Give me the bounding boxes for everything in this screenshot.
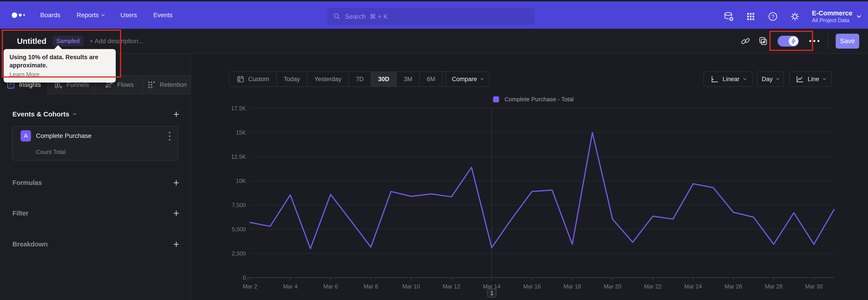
- svg-text:7,500: 7,500: [232, 202, 246, 208]
- event-letter-badge: A: [21, 130, 31, 142]
- event-card[interactable]: A Complete Purchase Count Total: [12, 126, 178, 160]
- event-aggregation[interactable]: Count Total: [36, 149, 66, 155]
- filter-label: Filter: [12, 210, 29, 217]
- svg-text:Mar 6: Mar 6: [323, 283, 338, 290]
- event-options-icon[interactable]: [169, 132, 170, 141]
- project-selector[interactable]: E-Commerce All Project Data: [812, 9, 860, 24]
- add-formula-button[interactable]: +: [173, 178, 179, 187]
- add-event-button[interactable]: +: [173, 110, 179, 119]
- svg-text:17.5K: 17.5K: [231, 105, 246, 112]
- project-scope: All Project Data: [812, 17, 852, 24]
- nav-right-cluster: ? E-Commerce All Project Data: [723, 3, 860, 30]
- events-cohorts-header: Events & Cohorts +: [12, 109, 179, 119]
- chevron-down-icon: [480, 77, 484, 80]
- svg-text:Mar 12: Mar 12: [442, 283, 460, 290]
- formulas-section: Formulas +: [12, 177, 179, 188]
- formulas-label: Formulas: [12, 179, 42, 186]
- nav-item-boards[interactable]: Boards: [40, 11, 60, 19]
- svg-text:5,000: 5,000: [232, 226, 246, 232]
- svg-text:Mar 10: Mar 10: [402, 283, 420, 290]
- lightning-bolt-icon: [790, 38, 797, 44]
- linear-axis-icon: [710, 75, 718, 83]
- add-breakdown-button[interactable]: +: [173, 240, 179, 249]
- more-menu-icon[interactable]: [809, 40, 819, 42]
- help-icon[interactable]: ?: [768, 11, 778, 22]
- report-header-bar: Untitled Sampled + Add description...: [0, 29, 868, 54]
- copy-link-icon[interactable]: [740, 35, 751, 47]
- range-7d[interactable]: 7D: [348, 72, 371, 86]
- events-cohorts-title[interactable]: Events & Cohorts: [12, 110, 76, 118]
- svg-text:Mar 28: Mar 28: [765, 283, 782, 290]
- range-custom[interactable]: Custom: [229, 72, 276, 86]
- breakdown-label: Breakdown: [12, 241, 48, 248]
- chevron-down-icon: [776, 77, 779, 80]
- filter-section: Filter +: [12, 208, 179, 218]
- range-today[interactable]: Today: [276, 72, 307, 86]
- duplicate-icon[interactable]: [757, 35, 769, 47]
- svg-text:Mar 16: Mar 16: [523, 283, 541, 290]
- chevron-down-icon: [743, 77, 746, 80]
- svg-text:Mar 26: Mar 26: [725, 283, 742, 290]
- add-filter-button[interactable]: +: [173, 209, 179, 218]
- add-description[interactable]: + Add description...: [90, 37, 144, 45]
- range-30d[interactable]: 30D: [371, 72, 397, 86]
- svg-text:Mar 4: Mar 4: [283, 283, 298, 290]
- date-range-control: CustomTodayYesterday7D30D3M6M12M: [229, 71, 469, 87]
- calendar-icon: [237, 75, 245, 83]
- apps-grid-icon[interactable]: [745, 11, 756, 22]
- svg-text:Mar 22: Mar 22: [644, 283, 662, 290]
- search-icon: [333, 13, 341, 20]
- svg-text:2,500: 2,500: [232, 250, 246, 257]
- compare-button[interactable]: Compare: [445, 71, 490, 87]
- chart-plot[interactable]: 02,5005,0007,50010K12.5K15K17.5KMar 2Mar…: [226, 99, 845, 300]
- sampling-toggle[interactable]: [778, 36, 799, 47]
- svg-text:Mar 18: Mar 18: [563, 283, 581, 290]
- range-6m[interactable]: 6M: [419, 72, 442, 86]
- breakdown-section: Breakdown +: [12, 239, 179, 249]
- range-3m[interactable]: 3M: [396, 72, 419, 86]
- svg-text:Mar 20: Mar 20: [604, 283, 621, 290]
- report-title[interactable]: Untitled: [17, 37, 46, 46]
- chart-type-dropdown[interactable]: Line: [789, 71, 832, 87]
- data-management-icon[interactable]: [723, 11, 734, 22]
- sampled-badge[interactable]: Sampled: [53, 36, 83, 46]
- project-name: E-Commerce: [812, 9, 852, 17]
- svg-text:Mar 24: Mar 24: [684, 283, 702, 290]
- chevron-down-icon: [823, 77, 826, 80]
- nav-items: BoardsReportsUsersEvents: [40, 11, 173, 19]
- svg-text:15K: 15K: [236, 129, 246, 136]
- tab-retention[interactable]: Retention: [143, 75, 191, 94]
- search-input[interactable]: [345, 13, 528, 20]
- mixpanel-logo-icon[interactable]: [12, 12, 25, 18]
- chevron-down-icon: [857, 13, 861, 18]
- chart-annotation-marker[interactable]: 1: [487, 289, 496, 298]
- svg-text:Mar 8: Mar 8: [364, 283, 378, 290]
- interval-dropdown[interactable]: Day: [757, 71, 784, 87]
- svg-text:?: ?: [772, 13, 774, 20]
- scale-dropdown[interactable]: Linear: [704, 71, 753, 87]
- nav-item-events[interactable]: Events: [153, 11, 173, 19]
- sampling-tooltip: Using 10% of data. Results are approxima…: [4, 49, 116, 83]
- query-builder-panel: InsightsFunnelsFlowsRetention Events & C…: [0, 54, 191, 300]
- svg-text:10K: 10K: [236, 178, 246, 184]
- svg-text:Mar 30: Mar 30: [805, 283, 823, 290]
- settings-gear-icon[interactable]: [790, 11, 800, 22]
- svg-text:Mar 2: Mar 2: [243, 283, 257, 290]
- event-name: Complete Purchase: [36, 132, 92, 140]
- range-yesterday[interactable]: Yesterday: [307, 72, 348, 86]
- chevron-down-icon: [73, 112, 76, 115]
- learn-more-link[interactable]: Learn More: [9, 71, 39, 78]
- nav-item-users[interactable]: Users: [121, 11, 137, 19]
- line-chart-icon: [796, 75, 804, 83]
- svg-text:12.5K: 12.5K: [231, 153, 246, 160]
- divider: [828, 34, 828, 49]
- chevron-down-icon: [101, 13, 105, 16]
- app-window: BoardsReportsUsersEvents: [0, 0, 868, 300]
- nav-item-reports[interactable]: Reports: [76, 11, 104, 19]
- save-button[interactable]: Save: [836, 34, 859, 49]
- tooltip-text: Using 10% of data. Results are approxima…: [9, 53, 110, 70]
- svg-text:0: 0: [243, 274, 246, 281]
- retention-icon: [147, 80, 156, 89]
- global-search[interactable]: [327, 8, 534, 25]
- top-nav-bar: BoardsReportsUsersEvents: [0, 1, 868, 29]
